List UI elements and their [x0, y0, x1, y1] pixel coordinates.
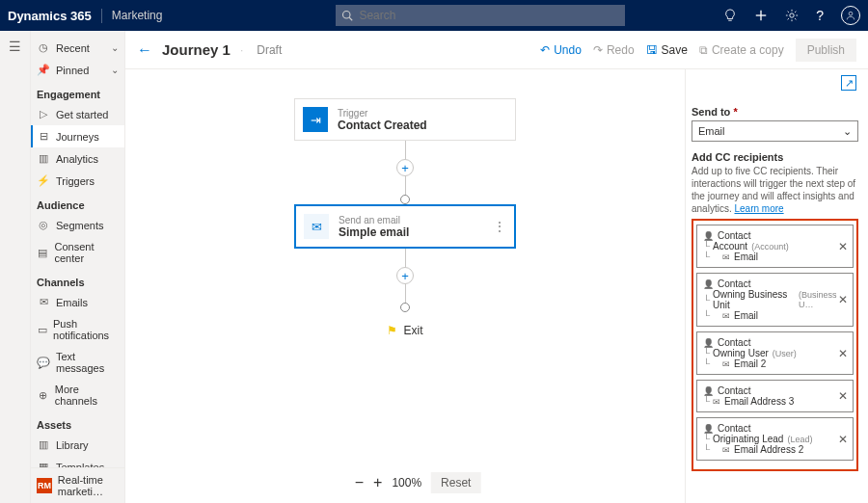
- help-icon[interactable]: ?: [816, 8, 824, 23]
- exit-label: Exit: [403, 324, 422, 337]
- sidebar-item-label: Push notifications: [53, 318, 119, 341]
- connector-line: [405, 249, 406, 268]
- send-to-select[interactable]: Email ⌄: [692, 120, 858, 142]
- person-icon: [703, 230, 714, 241]
- person-icon: [703, 385, 714, 396]
- trigger-node[interactable]: ⇥ Trigger Contact Created: [294, 98, 516, 141]
- sms-icon: 💬: [37, 357, 50, 369]
- mail-icon: ✉: [37, 296, 50, 308]
- chart-icon: ▥: [37, 152, 50, 165]
- cc-relation-type: (Account): [751, 242, 789, 252]
- plus-icon[interactable]: [754, 9, 768, 22]
- lightbulb-icon[interactable]: [723, 9, 737, 22]
- cc-field: Email Address 3: [724, 396, 794, 407]
- cc-entity: Contact: [718, 423, 750, 434]
- app-badge: RM: [37, 478, 52, 493]
- page-header: ← Journey 1 · Draft ↶Undo ↷Redo 🖫Save ⧉C…: [125, 31, 868, 69]
- add-step-button[interactable]: +: [396, 159, 414, 176]
- hamburger-icon[interactable]: ☰: [9, 39, 21, 54]
- push-icon: ▭: [37, 324, 47, 336]
- send-to-label: Send to *: [692, 106, 858, 118]
- cc-relation: Originating Lead: [713, 434, 783, 444]
- sidebar-item-push[interactable]: ▭Push notifications: [31, 313, 124, 346]
- gear-icon[interactable]: [785, 9, 799, 22]
- search-input[interactable]: [359, 9, 619, 22]
- global-search[interactable]: [336, 5, 625, 26]
- app-switcher-label: Real-time marketi…: [58, 474, 125, 497]
- pin-icon: 📌: [37, 64, 50, 76]
- cc-recipient-card[interactable]: ✕ ContactAccount (Account) Email: [696, 225, 854, 268]
- chevron-down-icon: ⌄: [111, 65, 119, 75]
- cc-recipients-box: ✕ ContactAccount (Account) Email✕ Contac…: [692, 219, 858, 471]
- node-menu-button[interactable]: ⋮: [493, 219, 506, 234]
- sidebar-group-title: Audience: [31, 192, 124, 214]
- sidebar-item-analytics[interactable]: ▥Analytics: [31, 147, 124, 170]
- zoom-out-button[interactable]: −: [355, 474, 364, 491]
- more-icon: ⊕: [37, 389, 49, 402]
- chevron-down-icon: ⌄: [843, 125, 852, 138]
- copy-icon: ⧉: [699, 43, 708, 57]
- cc-field: Email: [734, 310, 758, 321]
- mail-icon: [713, 396, 720, 407]
- exit-node: ⚑ Exit: [387, 324, 422, 337]
- svg-point-4: [790, 13, 794, 17]
- sidebar-item-sms[interactable]: 💬Text messages: [31, 346, 124, 379]
- back-button[interactable]: ←: [137, 41, 152, 59]
- cc-entity: Contact: [718, 230, 750, 241]
- sidebar-item-segments[interactable]: ◎Segments: [31, 214, 124, 236]
- sidebar-item-label: Text messages: [56, 351, 119, 374]
- undo-icon: ↶: [540, 43, 550, 57]
- expand-panel-button[interactable]: ↗: [841, 75, 856, 91]
- cc-relation-type: (Lead): [787, 435, 812, 444]
- sidebar-recent[interactable]: ◷ Recent ⌄: [31, 37, 124, 59]
- journey-icon: ⊟: [37, 130, 50, 143]
- consent-icon: ▤: [37, 247, 48, 259]
- cc-recipient-card[interactable]: ✕ Contact Email Address 3: [696, 380, 854, 412]
- sidebar-group-title: Engagement: [31, 81, 124, 103]
- sidebar-item-more-channels[interactable]: ⊕More channels: [31, 379, 124, 411]
- cc-recipient-card[interactable]: ✕ ContactOwning User (User) Email 2: [696, 331, 854, 375]
- zoom-in-button[interactable]: +: [373, 474, 382, 491]
- sidebar-group-title: Channels: [31, 269, 124, 291]
- sidebar-item-emails[interactable]: ✉Emails: [31, 291, 124, 313]
- learn-more-link[interactable]: Learn more: [734, 203, 783, 214]
- trigger-icon: ⇥: [303, 107, 328, 132]
- add-step-button[interactable]: +: [396, 267, 414, 284]
- email-node[interactable]: ✉ Send an email Simple email ⋮: [294, 204, 516, 249]
- cc-relation-type: (User): [773, 349, 797, 358]
- flag-icon: ⚑: [387, 324, 397, 337]
- sidebar-pinned[interactable]: 📌 Pinned ⌄: [31, 59, 124, 81]
- cc-recipient-card[interactable]: ✕ ContactOriginating Lead (Lead) Email A…: [696, 417, 854, 461]
- sidebar: ◷ Recent ⌄ 📌 Pinned ⌄ Engagement ▷Get st…: [31, 31, 125, 503]
- search-icon: [341, 10, 353, 21]
- sidebar-item-library[interactable]: ▥Library: [31, 434, 124, 456]
- left-rail: ☰: [0, 31, 31, 503]
- save-icon: 🖫: [646, 43, 658, 57]
- cc-description: Add up to five CC recipients. Their inte…: [692, 165, 858, 215]
- redo-button: ↷Redo: [593, 43, 635, 57]
- bolt-icon: ⚡: [37, 174, 50, 187]
- sidebar-item-label: Pinned: [56, 65, 89, 76]
- redo-icon: ↷: [593, 43, 603, 57]
- cc-title: Add CC recipients: [692, 151, 858, 163]
- sidebar-item-label: Recent: [56, 42, 90, 54]
- save-button[interactable]: 🖫Save: [646, 43, 688, 57]
- cc-relation: Account: [713, 241, 747, 252]
- journey-canvas[interactable]: ⇥ Trigger Contact Created + ✉ Send an em…: [125, 69, 685, 503]
- sidebar-item-triggers[interactable]: ⚡Triggers: [31, 170, 124, 192]
- sidebar-item-consent[interactable]: ▤Consent center: [31, 236, 124, 269]
- email-icon: ✉: [304, 214, 329, 239]
- sidebar-group-title: Assets: [31, 411, 124, 434]
- zoom-level: 100%: [392, 476, 421, 490]
- select-value: Email: [698, 125, 725, 137]
- avatar[interactable]: [841, 6, 860, 25]
- sidebar-item-get-started[interactable]: ▷Get started: [31, 103, 124, 125]
- sidebar-item-label: Journeys: [56, 131, 99, 143]
- mail-icon: [722, 252, 730, 262]
- zoom-reset-button[interactable]: Reset: [431, 472, 480, 493]
- sidebar-footer[interactable]: RM Real-time marketi…: [31, 467, 125, 503]
- node-title: Contact Created: [338, 119, 427, 132]
- cc-recipient-card[interactable]: ✕ ContactOwning Business Unit (Business …: [696, 273, 854, 327]
- sidebar-item-journeys[interactable]: ⊟Journeys: [31, 125, 124, 147]
- undo-button[interactable]: ↶Undo: [540, 43, 582, 57]
